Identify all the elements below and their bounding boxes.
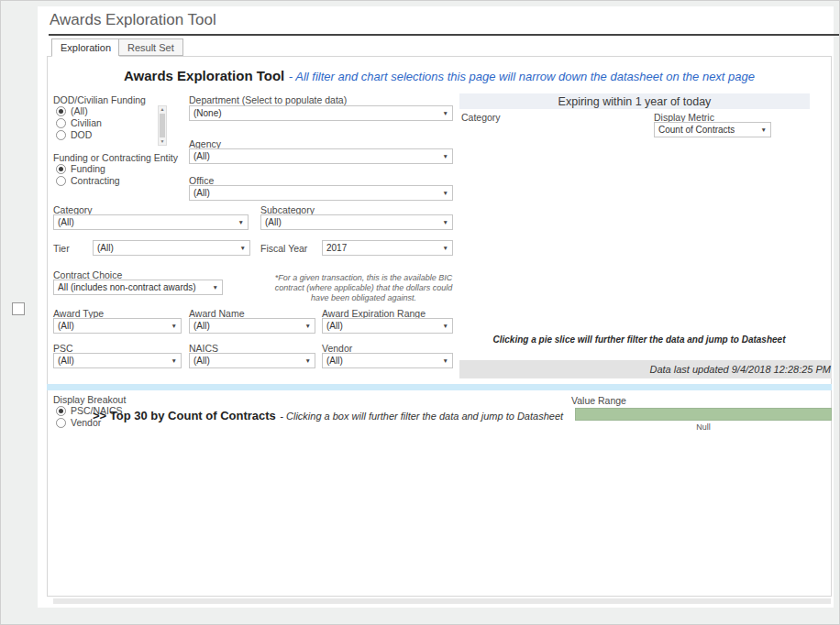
agency-dropdown[interactable]: (All) ▼ (189, 148, 453, 164)
entity-option-funding[interactable]: Funding (56, 163, 105, 174)
chevron-down-icon: ▼ (305, 323, 311, 329)
tier-dropdown[interactable]: (All) ▼ (93, 240, 250, 256)
chevron-down-icon: ▼ (213, 284, 218, 291)
category-value: (All) (58, 217, 74, 227)
chevron-down-icon: ▼ (443, 110, 448, 116)
radio-icon[interactable] (56, 418, 66, 428)
value-range-label: Value Range (571, 395, 626, 406)
chevron-down-icon: ▼ (443, 357, 448, 364)
radio-selected-icon[interactable] (56, 406, 66, 416)
award-expiration-range-dropdown[interactable]: (All) ▼ (322, 318, 453, 334)
vendor-value: (All) (326, 356, 343, 366)
fiscal-year-dropdown[interactable]: 2017 ▼ (322, 240, 453, 256)
dod-civilian-scrollbar[interactable]: ▲ ▼ (158, 105, 167, 146)
chevron-down-icon: ▼ (761, 126, 767, 133)
entity-label: Funding or Contracting Entity (53, 152, 178, 163)
award-name-dropdown[interactable]: (All) ▼ (189, 318, 315, 334)
award-type-value: (All) (58, 321, 74, 331)
award-type-dropdown[interactable]: (All) ▼ (53, 318, 182, 334)
page-title: Awards Exploration Tool (50, 11, 216, 29)
radio-icon[interactable] (56, 176, 66, 186)
office-dropdown[interactable]: (All) ▼ (189, 185, 453, 201)
fiscal-year-value: 2017 (326, 243, 347, 253)
naics-value: (All) (193, 356, 210, 366)
value-range-color-bar (575, 408, 832, 421)
chevron-down-icon: ▼ (171, 323, 177, 329)
breakout-heading-main: >> Top 30 by Count of Contracts (93, 409, 276, 422)
category-dropdown[interactable]: (All) ▼ (53, 214, 249, 230)
dashboard-heading-subtitle: - All filter and chart selections this p… (289, 70, 755, 83)
entity-option-contracting-label: Contracting (71, 175, 120, 186)
dod-civilian-option-civilian-label: Civilian (71, 117, 102, 128)
pie-hint-text: Clicking a pie slice will further filter… (459, 334, 819, 345)
radio-icon[interactable] (56, 118, 66, 128)
entity-option-contracting[interactable]: Contracting (56, 175, 120, 186)
dod-civilian-option-all[interactable]: (All) (56, 105, 88, 116)
tab-result-set-label: Result Set (127, 42, 174, 53)
contract-choice-note: *For a given transaction, this is the av… (270, 273, 458, 303)
dod-civilian-option-dod[interactable]: DOD (56, 129, 92, 140)
agency-value: (All) (193, 151, 210, 161)
dod-civilian-option-dod-label: DOD (71, 129, 92, 140)
dod-civilian-option-all-label: (All) (71, 105, 88, 116)
vendor-dropdown[interactable]: (All) ▼ (322, 353, 453, 368)
scroll-down-icon[interactable]: ▼ (160, 138, 165, 145)
last-updated-bar: Data last updated 9/4/2018 12:28:25 PM (459, 360, 832, 378)
entity-option-funding-label: Funding (71, 163, 105, 174)
award-name-value: (All) (193, 321, 210, 331)
scroll-up-icon[interactable]: ▲ (160, 106, 165, 113)
chevron-down-icon: ▼ (240, 245, 246, 251)
award-expiration-range-value: (All) (326, 321, 343, 331)
contract-choice-dropdown[interactable]: All (includes non-contract awards) ▼ (53, 280, 223, 295)
radio-icon[interactable] (56, 130, 66, 140)
naics-dropdown[interactable]: (All) ▼ (189, 353, 315, 368)
subcategory-dropdown[interactable]: (All) ▼ (260, 214, 453, 230)
department-label: Department (Select to populate data) (189, 94, 347, 105)
horizontal-scrollbar[interactable] (53, 598, 831, 604)
scroll-thumb[interactable] (160, 114, 165, 137)
tab-exploration-label: Exploration (61, 42, 111, 53)
value-range-null-label: Null (575, 422, 832, 432)
psc-dropdown[interactable]: (All) ▼ (53, 353, 182, 368)
psc-value: (All) (58, 356, 74, 366)
subcategory-value: (All) (265, 217, 282, 227)
chevron-down-icon: ▼ (238, 219, 244, 225)
department-dropdown[interactable]: (None) ▼ (189, 105, 453, 121)
radio-selected-icon[interactable] (56, 164, 66, 174)
contract-choice-value: All (includes non-contract awards) (58, 282, 196, 292)
breakout-heading-note: - Clicking a box will further filter the… (280, 411, 563, 422)
chevron-down-icon: ▼ (443, 245, 448, 251)
breakout-heading: >> Top 30 by Count of Contracts - Clicki… (93, 407, 563, 423)
radio-selected-icon[interactable] (56, 106, 66, 116)
chevron-down-icon: ▼ (443, 219, 448, 225)
department-value: (None) (193, 108, 222, 118)
chevron-down-icon: ▼ (443, 323, 448, 329)
tier-label: Tier (53, 243, 70, 254)
screen: Awards Exploration Tool Exploration Resu… (0, 0, 840, 625)
dod-civilian-label: DOD/Civilian Funding (53, 94, 146, 105)
dashboard-heading-title: Awards Exploration Tool (124, 68, 284, 83)
side-checkbox[interactable] (12, 302, 25, 315)
chevron-down-icon: ▼ (443, 153, 448, 159)
pie-category-label: Category (461, 112, 501, 123)
display-metric-dropdown[interactable]: Count of Contracts ▼ (654, 122, 771, 137)
tab-exploration[interactable]: Exploration (51, 38, 120, 57)
fiscal-year-label: Fiscal Year (260, 243, 307, 254)
chevron-down-icon: ▼ (171, 357, 177, 364)
chevron-down-icon: ▼ (443, 190, 448, 196)
dashboard-heading: Awards Exploration Tool - All filter and… (47, 68, 832, 84)
tier-value: (All) (97, 243, 114, 253)
display-metric-value: Count of Contracts (658, 125, 735, 135)
pie-panel-title: Expiring within 1 year of today (459, 93, 810, 109)
chevron-down-icon: ▼ (305, 357, 311, 364)
section-divider (47, 384, 832, 390)
office-value: (All) (193, 188, 210, 198)
tab-result-set[interactable]: Result Set (118, 38, 183, 56)
display-breakout-label: Display Breakout (53, 394, 126, 405)
dod-civilian-option-civilian[interactable]: Civilian (56, 117, 102, 128)
title-divider (49, 34, 840, 36)
